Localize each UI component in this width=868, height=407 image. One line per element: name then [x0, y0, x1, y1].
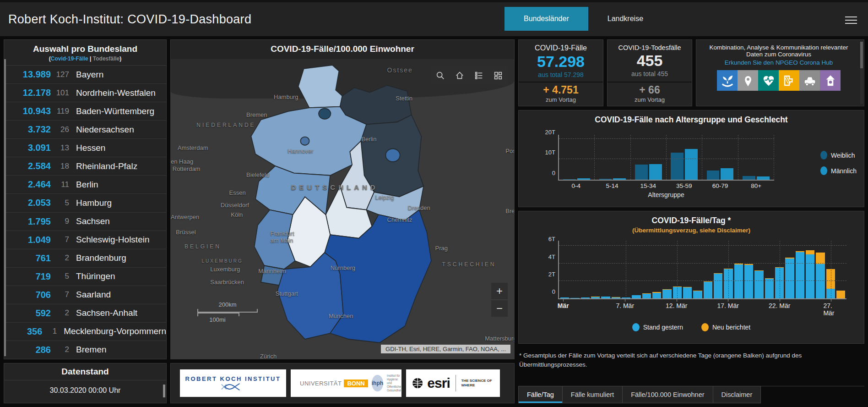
daily-bar[interactable] — [570, 241, 579, 298]
daily-bar[interactable] — [581, 241, 590, 298]
age-bar-männlich[interactable] — [721, 168, 733, 180]
daily-bar[interactable] — [836, 241, 845, 298]
daily-chart-subtitle: (Übermittlungsverzug, siehe Disclaimer) — [519, 227, 864, 234]
legend-dot — [701, 323, 709, 331]
tab-bundeslaender[interactable]: Bundesländer — [505, 7, 588, 31]
zoom-in-button[interactable]: + — [491, 283, 508, 299]
nature-hand-icon[interactable] — [717, 70, 738, 91]
state-row[interactable]: 3561Mecklenburg-Vorpommern — [4, 323, 166, 341]
map-pin-icon[interactable] — [738, 70, 758, 91]
age-bar-weiblich[interactable] — [599, 179, 612, 180]
age-bar-männlich[interactable] — [649, 164, 662, 180]
state-bremen[interactable] — [300, 137, 309, 145]
age-bar-weiblich[interactable] — [707, 170, 720, 180]
age-bar-männlich[interactable] — [613, 178, 626, 180]
state-name: Thüringen — [76, 271, 115, 281]
daily-bar[interactable] — [826, 241, 835, 298]
legend-list-icon[interactable] — [469, 66, 488, 85]
esri-logo[interactable]: esri THE SCIENCE OF WHERE — [406, 369, 500, 397]
state-row[interactable]: 3.09113Hessen — [4, 139, 166, 157]
daily-xtick-label: 22. Mär — [769, 302, 790, 309]
footnote: * Gesamtplus der Fälle zum Vortag vertei… — [518, 347, 864, 370]
state-list: 13.989127Bayern12.178101Nordrhein-Westfa… — [4, 66, 166, 359]
daily-bar[interactable] — [714, 241, 722, 298]
age-ytick-label: 0 — [552, 170, 555, 176]
state-row[interactable]: 12.178101Nordrhein-Westfalen — [4, 84, 166, 102]
state-name: Bremen — [76, 345, 107, 355]
age-bar-weiblich[interactable] — [563, 179, 576, 180]
daily-bar[interactable] — [642, 241, 651, 298]
state-row[interactable]: 2.46411Berlin — [4, 176, 166, 194]
state-hamburg[interactable] — [319, 109, 331, 119]
daily-bar[interactable] — [601, 241, 610, 298]
daily-bar[interactable] — [754, 241, 763, 298]
daily-bar[interactable] — [591, 241, 600, 298]
daily-bar[interactable] — [693, 241, 702, 298]
daily-bar[interactable] — [652, 241, 661, 298]
daily-bar[interactable] — [704, 241, 712, 298]
bottom-tab-disclaimer[interactable]: Disclaimer — [713, 386, 761, 403]
basemap-layers-icon[interactable] — [488, 66, 508, 85]
zoom-out-button[interactable]: − — [491, 300, 508, 317]
filter-deaths-link[interactable]: Todesfälle — [93, 55, 119, 62]
state-list-scrollbar[interactable] — [4, 59, 6, 356]
state-row[interactable]: 3.73226Niedersachsen — [4, 121, 166, 139]
daily-bar[interactable] — [632, 241, 640, 298]
daily-bar[interactable] — [683, 241, 692, 298]
state-row[interactable]: 2.58418Rheinland-Pfalz — [4, 157, 166, 176]
state-deaths: 1 — [42, 327, 57, 336]
state-deaths: 26 — [51, 125, 69, 134]
home-icon[interactable] — [450, 66, 469, 85]
search-icon[interactable] — [431, 66, 450, 85]
state-cases: 2.053 — [9, 198, 51, 208]
age-bar-männlich[interactable] — [685, 149, 698, 180]
daily-bar[interactable] — [560, 241, 569, 298]
npgeo-hub-link[interactable]: Erkunden Sie den NPGEO Corona Hub — [701, 59, 857, 66]
daily-xtick-mark — [831, 299, 831, 302]
state-row[interactable]: 5922Sachsen-Anhalt — [4, 304, 166, 323]
datenstand-scrollbar[interactable] — [163, 385, 165, 397]
state-row[interactable]: 1.7959Sachsen — [4, 213, 166, 231]
state-cases: 3.091 — [9, 143, 51, 153]
age-bar-weiblich[interactable] — [743, 176, 755, 180]
state-row[interactable]: 13.989127Bayern — [4, 66, 166, 84]
health-heart-icon[interactable] — [758, 70, 779, 91]
filter-cases-link[interactable]: Covid-19-Fälle — [51, 55, 88, 62]
state-row[interactable]: 2.0535Hamburg — [4, 194, 166, 212]
age-bar-männlich[interactable] — [757, 176, 770, 180]
rki-logo[interactable]: ROBERT KOCH INSTITUT — [180, 369, 286, 397]
daily-bar[interactable] — [785, 241, 794, 298]
daily-vgridline — [831, 241, 831, 298]
state-row[interactable]: 7195Thüringen — [4, 268, 166, 286]
daily-bar[interactable] — [806, 241, 814, 298]
state-row[interactable]: 2862Bremen — [4, 341, 166, 359]
state-berlin[interactable] — [385, 149, 400, 162]
traffic-cars-icon[interactable] — [799, 70, 820, 91]
map-puzzle-icon[interactable] — [779, 70, 799, 91]
state-row[interactable]: 10.943119Baden-Württemberg — [4, 102, 166, 121]
daily-bar[interactable] — [796, 241, 804, 298]
uni-bonn-logo[interactable]: UNIVERSITÄT BONN ihph Institut für Hygie… — [291, 369, 401, 397]
daily-bar[interactable] — [734, 241, 743, 298]
bell-tower-icon[interactable] — [820, 70, 841, 91]
state-row[interactable]: 7067Saarland — [4, 286, 166, 304]
age-bar-weiblich[interactable] — [671, 153, 684, 180]
age-bar-männlich[interactable] — [577, 178, 590, 180]
state-row[interactable]: 7612Brandenburg — [4, 249, 166, 268]
daily-bar[interactable] — [744, 241, 753, 298]
state-row[interactable]: 1.0497Schleswig-Holstein — [4, 231, 166, 249]
age-bar-weiblich[interactable] — [635, 165, 648, 180]
map-canvas[interactable]: OstseeNIEDERLANDEHamburgStettinBremenBer… — [171, 59, 514, 359]
tab-landkreise[interactable]: Landkreise — [588, 7, 662, 31]
daily-bar[interactable] — [662, 241, 671, 298]
daily-bar[interactable] — [612, 241, 620, 298]
daily-chart-panel: COVID-19-Fälle/Tag * (Übermittlungsverzu… — [518, 211, 864, 344]
bottom-tab-f-lle-kumuliert[interactable]: Fälle kumuliert — [563, 386, 623, 403]
daily-bar[interactable] — [765, 241, 774, 298]
bottom-tab-f-lle-tag[interactable]: Fälle/Tag — [518, 386, 563, 403]
state-schleswig-holstein[interactable] — [298, 65, 342, 108]
daily-bar[interactable] — [816, 241, 825, 298]
menu-icon[interactable] — [845, 14, 857, 26]
bottom-tab-f-lle-100-000-einwohner[interactable]: Fälle/100.000 Einwohner — [623, 386, 713, 403]
npgeo-scrollbar[interactable] — [860, 42, 863, 104]
